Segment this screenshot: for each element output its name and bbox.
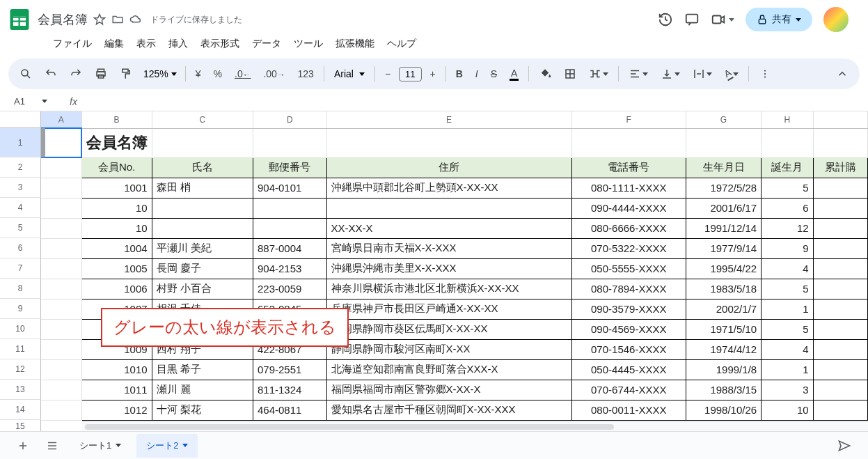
cell[interactable] <box>813 258 867 279</box>
row-header[interactable]: 4 <box>0 198 41 218</box>
sheets-logo[interactable] <box>6 6 33 33</box>
header-cell[interactable]: 生年月日 <box>686 157 761 178</box>
cell[interactable] <box>41 218 81 238</box>
menu-extensions[interactable]: 拡張機能 <box>330 35 380 53</box>
cell[interactable]: 464-0811 <box>253 400 327 420</box>
cell[interactable]: 070-6744-XXXX <box>571 380 686 400</box>
row-header[interactable]: 10 <box>0 319 41 339</box>
cell[interactable] <box>813 319 867 339</box>
menu-file[interactable]: ファイル <box>47 35 97 53</box>
cell[interactable]: 森田 梢 <box>152 178 253 198</box>
font-increase-button[interactable]: + <box>425 64 441 84</box>
header-cell[interactable]: 累計購 <box>813 157 867 178</box>
undo-button[interactable] <box>39 63 63 84</box>
row-header[interactable]: 15 <box>0 420 41 431</box>
cell[interactable] <box>152 198 253 218</box>
row-header[interactable]: 2 <box>0 157 41 178</box>
cell[interactable]: XX-XX-X <box>326 218 571 238</box>
cell[interactable] <box>813 238 867 258</box>
cell[interactable]: 080-7894-XXXX <box>571 279 686 299</box>
rotate-button[interactable]: A <box>719 63 743 84</box>
cell[interactable]: 10 <box>81 198 152 218</box>
cell[interactable]: 904-0101 <box>253 178 327 198</box>
cell[interactable]: 静岡県静岡市駿河区南町X-XX <box>326 339 571 359</box>
row-header[interactable]: 1 <box>0 128 41 157</box>
col-header[interactable] <box>813 111 867 128</box>
row-header[interactable]: 5 <box>0 218 41 238</box>
cell[interactable]: 1005 <box>81 258 152 279</box>
cell[interactable] <box>41 380 81 400</box>
cell[interactable] <box>41 359 81 380</box>
menu-format[interactable]: 表示形式 <box>195 35 245 53</box>
cell[interactable]: 1006 <box>81 279 152 299</box>
zoom-select[interactable]: 125% <box>139 65 181 82</box>
h-scrollbar[interactable] <box>82 421 868 431</box>
borders-button[interactable] <box>558 63 582 84</box>
bold-button[interactable]: B <box>450 64 468 84</box>
cell[interactable]: 090-3579-XXXX <box>571 299 686 319</box>
cell[interactable] <box>41 319 81 339</box>
cell[interactable]: 長岡 慶子 <box>152 258 253 279</box>
redo-button[interactable] <box>64 63 88 84</box>
cell[interactable]: 村野 小百合 <box>152 279 253 299</box>
col-header[interactable]: H <box>762 111 814 128</box>
cell[interactable]: 北海道空知郡南富良野町落合XXX-X <box>326 359 571 380</box>
col-header[interactable]: F <box>571 111 686 128</box>
cell[interactable]: 1012 <box>81 400 152 420</box>
row-header[interactable]: 14 <box>0 400 41 420</box>
row-header[interactable]: 9 <box>0 299 41 319</box>
percent-button[interactable]: % <box>208 64 228 84</box>
cell[interactable]: 904-2153 <box>253 258 327 279</box>
name-box[interactable]: A1 <box>8 95 61 108</box>
add-sheet-button[interactable] <box>11 435 35 456</box>
cell[interactable]: 神奈川県横浜市港北区北新横浜X-XX-XX <box>326 279 571 299</box>
cell[interactable] <box>762 128 814 157</box>
italic-button[interactable]: I <box>470 64 484 84</box>
cell[interactable]: 兵庫県神戸市長田区戸崎通X-XX-XX <box>326 299 571 319</box>
cell[interactable]: 静岡県静岡市葵区伝馬町X-XX-XX <box>326 319 571 339</box>
cell-A1[interactable] <box>41 128 81 157</box>
avatar[interactable] <box>823 7 849 32</box>
cell[interactable] <box>41 258 81 279</box>
cell[interactable] <box>41 299 81 319</box>
cell[interactable]: 1001 <box>81 178 152 198</box>
cell[interactable]: 080-1111-XXXX <box>571 178 686 198</box>
menu-data[interactable]: データ <box>246 35 287 53</box>
col-header[interactable]: A <box>41 111 81 128</box>
cell[interactable] <box>41 157 81 178</box>
halign-button[interactable] <box>623 63 654 84</box>
cell[interactable]: 1 <box>762 359 814 380</box>
font-size-input[interactable]: 11 <box>399 67 421 81</box>
cell[interactable] <box>41 400 81 420</box>
cell[interactable]: 070-1546-XXXX <box>571 339 686 359</box>
cell[interactable] <box>813 178 867 198</box>
cell[interactable] <box>813 400 867 420</box>
cell[interactable]: 沖縄県沖縄市美里X-X-XXX <box>326 258 571 279</box>
menu-view[interactable]: 表示 <box>131 35 161 53</box>
menu-tools[interactable]: ツール <box>288 35 329 53</box>
meet-icon[interactable] <box>711 12 734 27</box>
row-header[interactable]: 6 <box>0 238 41 258</box>
cell[interactable]: 1983/5/18 <box>686 279 761 299</box>
cell[interactable]: 1999/1/8 <box>686 359 761 380</box>
cell[interactable]: 4 <box>762 258 814 279</box>
cell[interactable]: 5 <box>762 319 814 339</box>
search-button[interactable] <box>14 63 38 84</box>
header-cell[interactable]: 会員No. <box>81 157 152 178</box>
row-header[interactable]: 7 <box>0 258 41 279</box>
cell[interactable] <box>813 359 867 380</box>
cell[interactable]: 1998/10/26 <box>686 400 761 420</box>
increase-decimal-button[interactable]: .00→ <box>258 64 290 84</box>
cell[interactable]: 1004 <box>81 238 152 258</box>
row-header[interactable]: 12 <box>0 359 41 380</box>
currency-yen-button[interactable]: ¥ <box>190 64 207 84</box>
cell[interactable]: 10 <box>81 218 152 238</box>
cell-B1[interactable]: 会員名簿 <box>81 128 152 157</box>
cell[interactable]: 2002/1/7 <box>686 299 761 319</box>
paint-format-button[interactable] <box>114 63 138 84</box>
cell[interactable]: 1991/12/14 <box>686 218 761 238</box>
menu-insert[interactable]: 挿入 <box>163 35 194 53</box>
text-color-button[interactable]: A <box>504 63 524 85</box>
wrap-button[interactable] <box>687 63 718 84</box>
cell[interactable]: 平瀬川 美紀 <box>152 238 253 258</box>
